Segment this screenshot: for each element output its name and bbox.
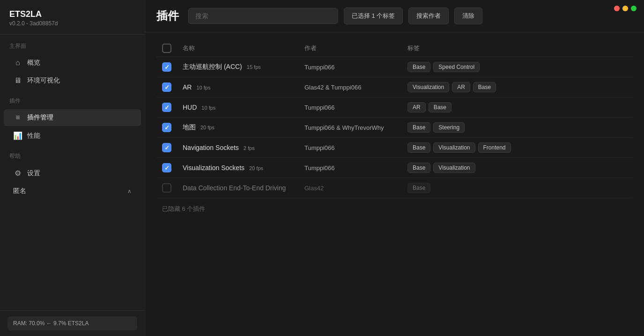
tag-badge[interactable]: Base	[429, 102, 452, 112]
plugin-checkbox-map[interactable]	[162, 123, 171, 132]
sidebar-item-label-performance: 性能	[27, 132, 40, 140]
plugin-name-nav-sockets: Navigation Sockets	[183, 144, 239, 151]
minimize-button[interactable]	[622, 6, 628, 11]
page-title: 插件	[156, 8, 179, 23]
plugin-author-acc: Tumppi066	[299, 57, 402, 77]
app-title: ETS2LA	[9, 9, 135, 19]
plugin-author-map: Tumppi066 & WhyTrevorWhy	[299, 118, 402, 138]
close-button[interactable]	[614, 6, 620, 11]
sidebar-item-plugin-manage[interactable]: ≡ 插件管理	[4, 109, 141, 126]
tag-badge[interactable]: Visualization	[433, 163, 475, 173]
tag-badge[interactable]: Base	[407, 183, 430, 193]
table-row: Navigation Sockets2 fpsTumppi066BaseVisu…	[156, 138, 633, 158]
plugin-checkbox-ar[interactable]	[162, 82, 171, 92]
tag-badge[interactable]: Steering	[433, 122, 465, 133]
sidebar-item-label-env-vis: 环境可视化	[27, 76, 60, 85]
plugin-tags-vis-sockets: BaseVisualization	[407, 163, 627, 173]
list-icon: ≡	[13, 113, 22, 122]
sidebar: ETS2LA v0.2.0 - 3ad08857d 主界面 ⌂ 概览 🖥 环境可…	[0, 0, 145, 336]
tag-badge[interactable]: Frontend	[478, 142, 511, 153]
hidden-plugins-note: 已隐藏 6 个插件	[156, 198, 633, 220]
sidebar-item-overview[interactable]: ⌂ 概览	[4, 54, 141, 71]
anonymous-label: 匿名	[13, 187, 26, 195]
select-all-checkbox[interactable]	[162, 44, 171, 53]
tag-badge[interactable]: AR	[452, 82, 470, 92]
settings-icon: ⚙	[13, 169, 22, 178]
tag-badge[interactable]: Base	[407, 122, 430, 133]
plugin-checkbox-nav-sockets[interactable]	[162, 143, 171, 152]
plugin-author-nav-sockets: Tumppi066	[299, 138, 402, 158]
col-header-checkbox	[156, 40, 177, 57]
plugin-tags-nav-sockets: BaseVisualizationFrontend	[407, 142, 627, 153]
plugin-checkbox-hud[interactable]	[162, 103, 171, 112]
tag-badge[interactable]: Base	[473, 82, 496, 92]
main-header: 插件 已选择 1 个标签 搜索作者 清除	[145, 0, 644, 32]
col-header-name: 名称	[177, 40, 299, 57]
plugin-author-ar: Glas42 & Tumppi066	[299, 77, 402, 97]
tag-badge[interactable]: AR	[407, 102, 426, 112]
sidebar-item-label-overview: 概览	[27, 59, 40, 67]
tag-badge[interactable]: Base	[407, 163, 430, 173]
plugin-name-hud: HUD	[183, 104, 197, 111]
search-container	[188, 8, 338, 24]
plugin-checkbox-vis-sockets[interactable]	[162, 163, 171, 172]
search-author-button[interactable]: 搜索作者	[408, 7, 449, 24]
ram-badge: RAM: 70.0% ← 9.7% ETS2LA	[7, 316, 137, 330]
search-input[interactable]	[188, 8, 338, 24]
plugin-name-map: 地图	[183, 123, 196, 132]
plugin-fps-vis-sockets: 20 fps	[249, 165, 263, 171]
plugin-name-ar: AR	[183, 83, 192, 91]
table-row: HUD10 fpsTumppi066ARBase	[156, 97, 633, 118]
sidebar-item-performance[interactable]: 📊 性能	[4, 127, 141, 144]
help-section-label: 帮助	[0, 145, 145, 164]
tag-badge[interactable]: Visualization	[433, 142, 475, 153]
plugin-name-data-collection: Data Collection End-To-End Driving	[183, 184, 286, 192]
table-row: Data Collection End-To-End DrivingGlas42…	[156, 178, 633, 198]
tag-badge[interactable]: Base	[407, 142, 430, 153]
sidebar-item-settings[interactable]: ⚙ 设置	[4, 164, 141, 182]
sidebar-item-env-vis[interactable]: 🖥 环境可视化	[4, 72, 141, 89]
plugin-name-vis-sockets: Visualization Sockets	[183, 164, 244, 172]
anonymous-row[interactable]: 匿名 ∧	[4, 183, 141, 200]
app-version: v0.2.0 - 3ad08857d	[9, 20, 135, 27]
plugin-fps-ar: 10 fps	[196, 85, 210, 90]
table-row: 主动巡航控制 (ACC)15 fpsTumppi066BaseSpeed Con…	[156, 57, 633, 77]
maximize-button[interactable]	[631, 6, 637, 11]
plugin-table: 名称 作者 标签 主动巡航控制 (ACC)15 fpsTumppi066Base…	[156, 40, 633, 198]
window-controls	[614, 6, 637, 11]
plugin-fps-map: 20 fps	[200, 125, 215, 130]
plugin-author-hud: Tumppi066	[299, 97, 402, 118]
plugin-fps-nav-sockets: 2 fps	[244, 145, 255, 151]
sidebar-header: ETS2LA v0.2.0 - 3ad08857d	[0, 0, 145, 35]
plugin-fps-hud: 10 fps	[201, 105, 215, 111]
main-section-label: 主界面	[0, 35, 145, 54]
plugin-area: 名称 作者 标签 主动巡航控制 (ACC)15 fpsTumppi066Base…	[145, 32, 644, 336]
plugin-author-data-collection: Glas42	[299, 178, 402, 198]
plugin-tags-data-collection: Base	[407, 183, 627, 193]
plugin-section-label: 插件	[0, 90, 145, 109]
sidebar-item-label-plugin-manage: 插件管理	[27, 113, 53, 122]
clear-button[interactable]: 清除	[454, 7, 482, 24]
monitor-icon: 🖥	[13, 76, 22, 85]
sidebar-footer: RAM: 70.0% ← 9.7% ETS2LA	[0, 310, 145, 336]
plugin-tags-map: BaseSteering	[407, 122, 627, 133]
home-icon: ⌂	[13, 59, 22, 67]
table-row: Visualization Sockets20 fpsTumppi066Base…	[156, 158, 633, 178]
plugin-checkbox-data-collection[interactable]	[162, 183, 171, 193]
col-header-author: 作者	[299, 40, 402, 57]
tag-filter-button[interactable]: 已选择 1 个标签	[344, 7, 403, 24]
tag-badge[interactable]: Speed Control	[433, 62, 480, 72]
table-row: 地图20 fpsTumppi066 & WhyTrevorWhyBaseStee…	[156, 118, 633, 138]
plugin-fps-acc: 15 fps	[247, 64, 261, 70]
plugin-tags-acc: BaseSpeed Control	[407, 62, 627, 72]
chevron-up-icon: ∧	[127, 188, 132, 194]
plugin-name-acc: 主动巡航控制 (ACC)	[183, 63, 242, 71]
plugin-checkbox-acc[interactable]	[162, 62, 171, 72]
tag-badge[interactable]: Base	[407, 62, 430, 72]
col-header-tags: 标签	[402, 40, 633, 57]
table-row: AR10 fpsGlas42 & Tumppi066VisualizationA…	[156, 77, 633, 97]
main-content: 插件 已选择 1 个标签 搜索作者 清除 名称 作者	[145, 0, 644, 336]
tag-badge[interactable]: Visualization	[407, 82, 449, 92]
chart-icon: 📊	[13, 131, 22, 140]
plugin-tags-ar: VisualizationARBase	[407, 82, 627, 92]
